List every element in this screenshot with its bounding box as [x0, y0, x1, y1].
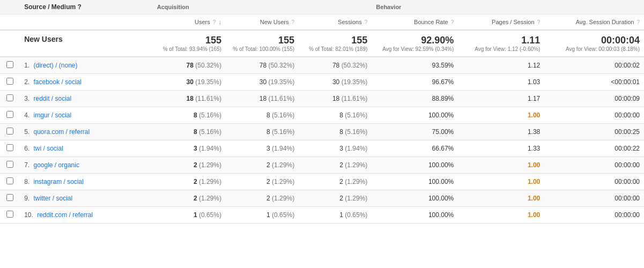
users-col-header[interactable]: Users ? ↓: [153, 14, 226, 31]
new-users-cell: 8 (5.16%): [226, 107, 299, 124]
sessions-value: 2: [339, 161, 343, 169]
users-value: 30: [187, 78, 194, 86]
new-users-pct: (11.61%): [268, 95, 294, 102]
avg-session-cell: 00:00:09: [544, 91, 644, 107]
row-checkbox[interactable]: [0, 57, 20, 74]
pages-session-cell: 1.00: [458, 157, 544, 174]
new-users-cell: 18 (11.61%): [226, 91, 299, 107]
source-help-icon[interactable]: ?: [78, 3, 82, 11]
analytics-table: Source / Medium ? Acquisition Behavior U…: [0, 0, 644, 224]
row-select-checkbox[interactable]: [6, 61, 13, 68]
source-link[interactable]: imgur / social: [34, 111, 72, 119]
sessions-pct: (11.61%): [342, 95, 368, 102]
source-link[interactable]: (direct) / (none): [34, 62, 78, 69]
row-select-checkbox[interactable]: [6, 111, 13, 118]
row-checkbox[interactable]: [0, 140, 20, 157]
source-link[interactable]: twi / social: [34, 145, 63, 152]
source-medium-cell: 5. quora.com / referral: [20, 124, 153, 140]
bounce-rate-value: 93.59%: [432, 62, 454, 69]
source-link[interactable]: quora.com / referral: [34, 128, 90, 136]
row-checkbox[interactable]: [0, 74, 20, 91]
row-checkbox[interactable]: [0, 190, 20, 207]
new-users-cell: 1 (0.65%): [226, 207, 299, 224]
sessions-value: 3: [339, 145, 343, 152]
source-link[interactable]: twitter / social: [34, 195, 73, 202]
row-checkbox[interactable]: [0, 91, 20, 107]
avg-help-icon[interactable]: ?: [636, 19, 640, 25]
sessions-help-icon[interactable]: ?: [365, 19, 368, 25]
pages-session-cell: 1.12: [458, 57, 544, 74]
bounce-rate-cell: 100.00%: [372, 190, 458, 207]
bounce-rate-cell: 93.59%: [372, 57, 458, 74]
pages-help-icon[interactable]: ?: [537, 19, 541, 25]
sessions-value: 2: [339, 195, 343, 202]
source-medium-cell: 8. instagram / social: [20, 174, 153, 190]
sessions-cell: 8 (5.16%): [299, 107, 372, 124]
pages-session-cell: 1.00: [458, 174, 544, 190]
avg-session-col-header[interactable]: Avg. Session Duration ?: [544, 14, 644, 31]
table-row: 10. reddit.com / referral 1 (0.65%) 1 (0…: [0, 207, 644, 224]
new-users-value: 2: [267, 195, 270, 202]
new-users-cell: 2 (1.29%): [226, 190, 299, 207]
source-link[interactable]: instagram / social: [34, 178, 84, 185]
users-cell: 2 (1.29%): [153, 174, 226, 190]
avg-session-value: <00:00:01: [611, 78, 640, 86]
source-link[interactable]: google / organic: [34, 161, 79, 169]
column-header-row: Users ? ↓ New Users ? Sessions ? Bounce …: [0, 14, 644, 31]
source-link[interactable]: reddit / social: [34, 95, 72, 102]
row-number: 7.: [24, 161, 29, 169]
bounce-rate-cell: 100.00%: [372, 207, 458, 224]
source-link[interactable]: reddit.com / referral: [37, 211, 93, 219]
sessions-value: 1: [339, 211, 343, 219]
row-checkbox[interactable]: [0, 157, 20, 174]
acquisition-group-header: Acquisition: [153, 0, 372, 14]
pages-session-value: 1.17: [528, 95, 540, 102]
avg-session-value: 00:00:00: [615, 211, 640, 219]
row-select-checkbox[interactable]: [6, 94, 13, 101]
sessions-cell: 18 (11.61%): [299, 91, 372, 107]
row-select-checkbox[interactable]: [6, 78, 13, 85]
users-value: 2: [194, 195, 197, 202]
sessions-pct: (1.29%): [345, 178, 367, 185]
row-select-checkbox[interactable]: [6, 211, 13, 218]
source-medium-cell: 2. facebook / social: [20, 74, 153, 91]
users-value: 1: [194, 211, 197, 219]
bounce-rate-value: 75.00%: [432, 128, 454, 136]
table-row: 2. facebook / social 30 (19.35%) 30 (19.…: [0, 74, 644, 91]
sessions-col-header[interactable]: Sessions ?: [299, 14, 372, 31]
row-select-checkbox[interactable]: [6, 128, 13, 135]
sessions-pct: (0.65%): [345, 211, 367, 219]
bounce-help-icon[interactable]: ?: [451, 19, 454, 25]
users-pct: (19.35%): [195, 78, 221, 86]
pages-session-cell: 1.38: [458, 124, 544, 140]
bounce-rate-col-header[interactable]: Bounce Rate ?: [372, 14, 458, 31]
row-checkbox[interactable]: [0, 124, 20, 140]
row-checkbox[interactable]: [0, 207, 20, 224]
users-value: 2: [194, 178, 197, 185]
avg-session-cell: 00:00:22: [544, 140, 644, 157]
row-select-checkbox[interactable]: [6, 161, 13, 168]
table-row: 7. google / organic 2 (1.29%) 2 (1.29%) …: [0, 157, 644, 174]
row-checkbox[interactable]: [0, 107, 20, 124]
users-pct: (50.32%): [195, 62, 221, 69]
row-checkbox[interactable]: [0, 174, 20, 190]
bounce-rate-value: 100.00%: [428, 211, 454, 219]
source-link[interactable]: facebook / social: [34, 78, 82, 86]
new-users-value: 2: [267, 161, 270, 169]
pages-session-col-header[interactable]: Pages / Session ?: [458, 14, 544, 31]
avg-session-value: 00:00:00: [615, 161, 640, 169]
avg-session-cell: 00:00:00: [544, 207, 644, 224]
users-sort-icon[interactable]: ↓: [218, 19, 221, 25]
table-row: 4. imgur / social 8 (5.16%) 8 (5.16%) 8 …: [0, 107, 644, 124]
row-select-checkbox[interactable]: [6, 144, 13, 151]
sessions-cell: 2 (1.29%): [299, 190, 372, 207]
new-users-col-header[interactable]: New Users ?: [226, 14, 299, 31]
row-select-checkbox[interactable]: [6, 177, 13, 184]
sessions-cell: 3 (1.94%): [299, 140, 372, 157]
row-select-checkbox[interactable]: [6, 194, 13, 201]
avg-session-value: 00:00:00: [615, 195, 640, 202]
users-help-icon[interactable]: ?: [213, 19, 216, 25]
sessions-value: 78: [332, 62, 339, 69]
source-medium-cell: 9. twitter / social: [20, 190, 153, 207]
new-users-help-icon[interactable]: ?: [292, 19, 295, 25]
